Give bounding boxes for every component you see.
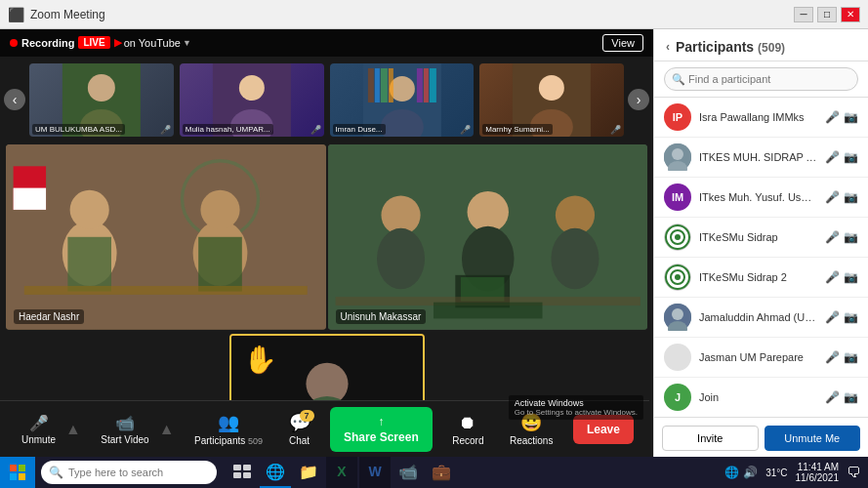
svg-rect-22	[14, 188, 46, 210]
share-screen-button[interactable]: ↑ Share Screen	[330, 407, 433, 452]
temperature-display: 31°C	[765, 468, 787, 478]
list-item: ITKeSMu Sidrap 2 🎤 📷	[654, 258, 868, 298]
volume-icon: 🔊	[743, 466, 758, 479]
zoom-logo-icon: ⬛	[8, 7, 24, 22]
windows-logo-icon	[10, 465, 25, 480]
svg-point-38	[551, 228, 599, 289]
svg-rect-10	[367, 68, 373, 102]
thumb4-mic-icon: 🎤	[610, 125, 621, 135]
svg-point-52	[675, 234, 681, 240]
panel-header: ‹ Participants (509)	[654, 29, 868, 61]
edge-browser-app[interactable]: 🌐	[260, 457, 291, 488]
main-video-grid: Haedar Nashr	[0, 142, 653, 332]
taskbar: 🔍 🌐 📁 X W 📹 💼 🌐 🔊 31°C 11:41 AM 11/6/202…	[0, 457, 868, 488]
share-screen-btn[interactable]: ↑ Share Screen	[330, 407, 433, 452]
taskbar-search-input[interactable]	[68, 467, 209, 478]
unmute-chevron-icon[interactable]: ▲	[65, 421, 81, 438]
svg-rect-15	[423, 68, 428, 102]
list-item: ITKES MUH. SIDRAP Arsyad 🎤 📷	[654, 138, 868, 178]
unmute-me-button[interactable]: Unmute Me	[765, 426, 861, 451]
chat-badge: 7	[300, 410, 314, 422]
platform-text: ▶ on YouTube ▼	[114, 36, 191, 49]
participant-search-input[interactable]	[664, 67, 858, 91]
svg-rect-67	[243, 465, 251, 470]
thumbnail-3: Imran Duse... 🎤	[330, 63, 475, 137]
thumb2-label: Mulia hasnah, UMPAR...	[183, 124, 273, 135]
video-chevron-icon[interactable]: ▲	[159, 421, 175, 438]
mic-off-icon: 🎤	[825, 150, 840, 164]
word-app[interactable]: W	[359, 457, 391, 488]
svg-rect-65	[19, 473, 25, 480]
participants-button[interactable]: 👥 Participants 509	[188, 408, 269, 450]
record-button[interactable]: ⏺ Record	[446, 409, 489, 450]
avatar: J	[664, 384, 691, 411]
avatar	[664, 264, 691, 291]
taskbar-search[interactable]: 🔍	[41, 461, 217, 484]
minimize-button[interactable]: ─	[794, 7, 813, 22]
taskbar-search-icon: 🔍	[49, 466, 63, 479]
panel-collapse-icon[interactable]: ‹	[666, 40, 670, 54]
svg-rect-42	[433, 303, 542, 319]
title-bar: ⬛ Zoom Meeting ─ □ ✕	[0, 0, 868, 29]
taskbar-apps: 🌐 📁 X W 📹 💼	[227, 457, 457, 488]
zoom-app[interactable]: 📹	[393, 457, 424, 488]
svg-rect-12	[380, 68, 387, 102]
unisnuh-video	[328, 144, 648, 330]
video-top-bar: Recording LIVE ▶ on YouTube ▼ View	[0, 29, 653, 57]
mic-icon: 🎤	[825, 390, 840, 404]
notification-icon[interactable]: 🗨	[847, 465, 860, 480]
list-item: IP Isra Pawallang IMMks 🎤 📷	[654, 98, 868, 138]
view-button[interactable]: View	[602, 34, 643, 52]
thumb-nav-right[interactable]: ›	[628, 89, 649, 110]
file-explorer-app[interactable]: 📁	[293, 457, 324, 488]
mic-icon: 🎤	[825, 350, 840, 364]
network-icon: 🌐	[724, 466, 739, 479]
thumb1-icons: 🎤	[160, 125, 171, 135]
thumbnail-2: Mulia hasnah, UMPAR... 🎤	[180, 63, 324, 137]
mic-off-icon: 🎤	[825, 110, 840, 124]
chat-button[interactable]: 💬 7 Chat	[283, 408, 316, 450]
excel-app[interactable]: X	[326, 457, 357, 488]
svg-point-34	[377, 228, 425, 289]
participant-icons: 🎤 📷	[825, 390, 858, 404]
record-icon: ⏺	[459, 413, 476, 433]
another-app[interactable]: 💼	[426, 457, 457, 488]
start-video-button[interactable]: 📹 Start Video	[95, 410, 154, 449]
recording-label: Recording	[21, 37, 74, 49]
close-button[interactable]: ✕	[841, 7, 860, 22]
thumb4-label: Marnhy Sumarni...	[482, 124, 552, 135]
video-off-icon: 📷	[844, 310, 858, 324]
haedar-video-cell: Haedar Nashr	[6, 144, 326, 330]
list-item: Jasman UM Parepare 🎤 📷	[654, 338, 868, 378]
thumb-nav-left[interactable]: ‹	[4, 89, 25, 110]
list-item: J Join 🎤 📷	[654, 378, 868, 417]
svg-rect-11	[374, 68, 379, 102]
svg-point-28	[200, 190, 239, 229]
svg-rect-66	[233, 465, 241, 470]
svg-point-48	[672, 148, 683, 160]
avatar: IM	[664, 183, 691, 211]
thumb3-icons: 🎤	[460, 125, 471, 135]
participants-list: IP Isra Pawallang IMMks 🎤 📷 ITKES MUH. S…	[654, 98, 868, 417]
unmute-button[interactable]: 🎤 Unmute	[16, 410, 62, 449]
participant-search-box[interactable]: 🔍	[654, 61, 868, 98]
start-button[interactable]	[0, 457, 35, 488]
thumb1-mic-icon: 🎤	[160, 125, 171, 135]
svg-rect-69	[243, 472, 251, 478]
thumb4-icons: 🎤	[610, 125, 621, 135]
video-area: Recording LIVE ▶ on YouTube ▼ View ‹ UM …	[0, 29, 653, 459]
participant-name: ITkes Muh. Yusuf. Usman	[699, 191, 817, 203]
svg-rect-29	[198, 237, 242, 292]
panel-title: Participants (509)	[676, 39, 785, 55]
share-icon: ↑	[378, 415, 384, 428]
invite-button[interactable]: Invite	[662, 426, 759, 451]
task-view-button[interactable]	[227, 457, 258, 488]
participant-icons: 🎤 📷	[825, 150, 858, 164]
mic-icon: 🎤	[825, 230, 840, 244]
participants-panel: ‹ Participants (509) 🔍 IP Isra Pawallang…	[653, 29, 868, 459]
svg-rect-14	[416, 68, 422, 102]
camera-icon: 📹	[115, 414, 135, 432]
maximize-button[interactable]: □	[817, 7, 837, 22]
participant-icons: 🎤 📷	[825, 110, 858, 124]
participant-icons: 🎤 📷	[825, 230, 858, 244]
